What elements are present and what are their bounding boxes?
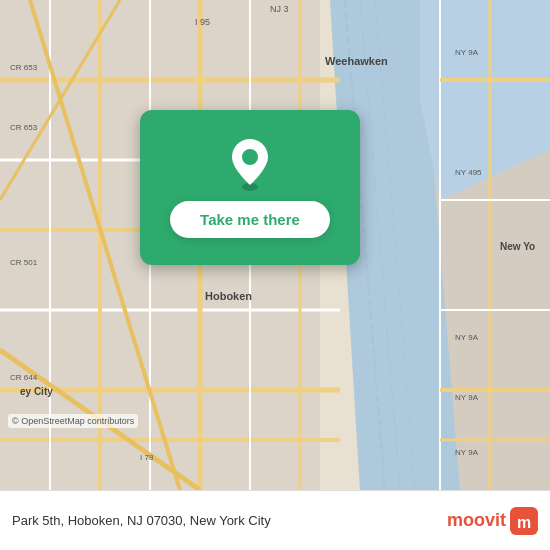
svg-text:NY 9A: NY 9A [455,393,479,402]
svg-text:NJ 3: NJ 3 [270,4,289,14]
card-overlay: Take me there [140,110,360,265]
location-pin-icon [228,137,272,191]
osm-attribution: © OpenStreetMap contributors [8,414,138,428]
svg-text:Hoboken: Hoboken [205,290,252,302]
footer-bar: Park 5th, Hoboken, NJ 07030, New York Ci… [0,490,550,550]
footer-address: Park 5th, Hoboken, NJ 07030, New York Ci… [12,513,447,528]
svg-text:CR 653: CR 653 [10,63,38,72]
svg-text:New Yo: New Yo [500,241,535,252]
svg-text:NY 9A: NY 9A [455,448,479,457]
moovit-logo-icon: m [510,507,538,535]
svg-text:CR 501: CR 501 [10,258,38,267]
map-container: I 95 NJ 3 CR 653 CR 653 CR 501 CR 644 I … [0,0,550,490]
svg-text:NY 9A: NY 9A [455,333,479,342]
svg-text:NY 9A: NY 9A [455,48,479,57]
moovit-logo: moovit m [447,507,538,535]
take-me-there-button[interactable]: Take me there [170,201,330,238]
svg-text:Weehawken: Weehawken [325,55,388,67]
svg-text:m: m [517,514,531,531]
moovit-brand-text: moovit [447,510,506,531]
svg-text:I 95: I 95 [195,17,210,27]
svg-text:NY 495: NY 495 [455,168,482,177]
svg-point-48 [242,149,258,165]
svg-text:CR 653: CR 653 [10,123,38,132]
svg-text:CR 644: CR 644 [10,373,38,382]
osm-text: © OpenStreetMap contributors [12,416,134,426]
svg-text:ey City: ey City [20,386,53,397]
svg-text:I 78: I 78 [140,453,154,462]
